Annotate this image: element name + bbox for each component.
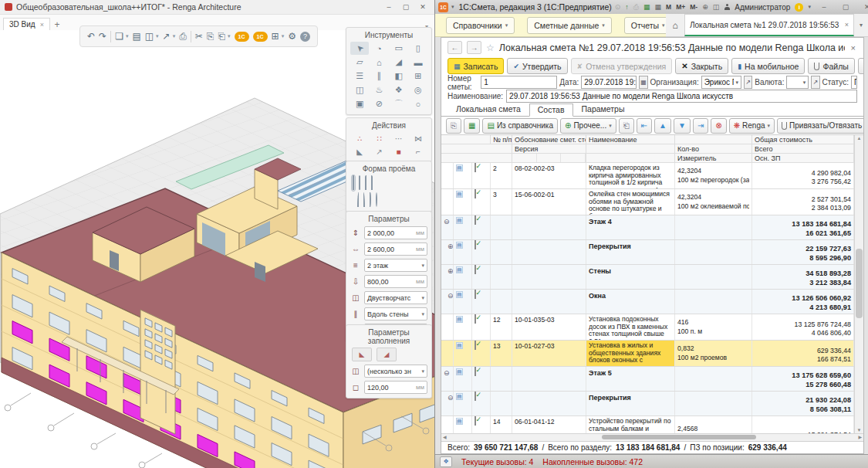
group-row[interactable]: ⊖ ▤ Окна 13 126 506 060,924 213 680,91 [441,290,854,314]
tool-axis-icon[interactable]: ⊘ [370,97,388,110]
favorite-star-icon[interactable]: ☆ [486,42,495,53]
to-mobile-button[interactable]: ▮На мобильное [731,58,805,74]
tool-assembly-icon[interactable]: ❖ [390,83,408,97]
move-down-button[interactable]: ▼ [674,118,691,134]
selected-table-row[interactable]: ▤ 13 10-01-027-03 Установка в жилых и об… [441,341,854,367]
document-tab[interactable]: Локальная смета №1 29.07.2018 19:56:53 Д… [684,14,854,36]
col-basis[interactable]: Обоснование смет. стоим. [512,135,586,144]
nav-back-button[interactable]: ← [448,41,462,54]
shape-pentagon[interactable] [352,192,353,208]
shape-half-round[interactable] [369,192,372,208]
table-row[interactable]: ▤ 14 06-01-041-12 Устройство перекрытий … [441,416,854,433]
group-row[interactable]: ⊖ ▤ Этаж 5 13 175 628 659,6015 278 660,4… [441,367,854,392]
paste-caret-icon[interactable]: ▾ [228,33,231,39]
level-select[interactable]: 2 этаж▾ [364,259,427,272]
org-open-icon[interactable]: ↗ [744,76,752,89]
info-icon[interactable]: i [795,3,803,12]
home-icon[interactable]: ⌂ [666,14,684,36]
tab-close-icon[interactable]: × [40,21,44,29]
sill-option-2-icon[interactable]: ◢ [377,348,397,361]
tool-window-icon[interactable]: ⊞ [409,70,427,83]
memory-mminus-button[interactable]: M- [690,3,697,11]
action-move-points-icon[interactable]: ∴ [350,132,369,144]
row-detail-icon[interactable]: ▤ [456,191,463,198]
tab-3d-view[interactable]: 3D Вид × [3,18,50,30]
row-detail-icon[interactable]: ▤ [456,217,463,224]
row-checkbox[interactable] [475,215,476,225]
add-tab-button[interactable]: + [50,19,64,30]
document-close-icon[interactable]: × [849,43,857,53]
currency-open-icon[interactable]: ↗ [811,76,819,89]
tab-sostav[interactable]: Состав [529,103,573,117]
tool-hatch-icon[interactable]: ▣ [350,97,369,110]
renga-maximize-button[interactable]: ▢ [397,3,414,11]
tool-level-icon[interactable]: ◔ [370,42,388,55]
row-detail-icon[interactable]: ▤ [456,342,463,349]
date-calendar-icon[interactable]: ▦ [639,76,647,89]
scroll-up-icon[interactable]: ▲ [855,136,863,141]
row-detail-icon[interactable]: ▤ [456,393,463,400]
zoom-icon[interactable]: ⊕ [702,3,708,11]
columns-icon[interactable]: ◫ [713,3,720,11]
tool-route-icon[interactable]: ⌒ [390,97,408,110]
paste-icon[interactable]: ⎗ [218,32,225,41]
row-checkbox[interactable] [475,341,476,350]
renga-minimize-button[interactable]: – [380,3,397,11]
open-project-icon[interactable]: ▤ [132,32,140,41]
col-total-sub[interactable]: Всего [752,144,854,154]
scroll-right-icon[interactable]: ▶ [858,434,862,441]
row-detail-icon[interactable]: ▤ [456,316,463,323]
col-name[interactable]: Наименование [586,135,675,144]
settings-wrench-icon[interactable]: ⚙ [288,32,296,41]
tool-beam-icon[interactable]: ▬ [409,56,427,69]
expand-icon[interactable]: ⊖ [441,290,454,314]
row-checkbox[interactable] [475,189,476,198]
tool-railing-icon[interactable]: ∥ [370,70,388,83]
document-tab-close-icon[interactable]: × [845,21,849,29]
row-detail-icon[interactable]: ▤ [456,291,463,298]
from-reference-button[interactable]: ▤Из справочника [482,118,558,134]
placement-select[interactable]: Вдоль стены▾ [364,307,427,320]
memory-mplus-button[interactable]: M+ [676,3,685,11]
shape-quarter-right[interactable] [363,192,366,208]
tool-room-icon[interactable]: ◎ [409,83,427,97]
onec-maximize-button[interactable]: ▢ [837,3,854,11]
cancel-approve-button[interactable]: ✘Отмена утверждения [571,58,673,74]
col-zp[interactable]: Осн. ЗП [752,154,854,163]
shape-corner-left[interactable] [364,175,367,191]
name-input[interactable]: 29.07.2018 19:56:53 Данные по модели Ren… [506,90,857,103]
row-detail-icon[interactable]: ▤ [456,418,463,425]
redo-icon[interactable]: ↷ [99,32,106,41]
save-caret-icon[interactable]: ▾ [156,33,159,39]
tool-stair-icon[interactable]: ☰ [350,70,369,83]
export-icon[interactable]: ↗ [163,32,171,41]
tool-plumbing-icon[interactable]: ♨ [370,83,388,97]
table-row[interactable]: ▤ 2 08-02-002-03 Кладка перегородок из к… [441,163,854,189]
group-row[interactable]: ⊖ ▤ Этаж 4 13 183 184 681,8416 021 361,6… [441,215,854,240]
shape-arch[interactable] [358,175,361,191]
currency-select[interactable]: ▾ [786,76,809,89]
print-icon[interactable]: ⎙ [633,3,639,12]
move-last-button[interactable]: ⇥ [693,118,708,134]
shape-circle[interactable] [375,192,378,208]
row-checkbox[interactable] [475,290,476,299]
row-checkbox[interactable] [475,240,476,249]
tab-lokalnaya-smeta[interactable]: Локальная смета [448,103,529,116]
scroll-thumb[interactable] [856,249,863,318]
move-first-button[interactable]: ⇤ [637,118,652,134]
row-checkbox[interactable] [475,392,476,401]
tool-door-icon[interactable]: ◧ [390,70,408,83]
col-total[interactable]: Общая стоимость [752,135,854,144]
window-type-select[interactable]: Двустворчатс▾ [364,291,427,304]
tool-select-icon[interactable]: ➤ [350,42,369,55]
date-input[interactable]: 29.07.2018 19:56:53 [581,76,637,89]
scroll-left-icon[interactable]: ◀ [443,434,447,441]
attach-position-button[interactable]: Привязать/Отвязать позицию [777,118,864,134]
row-checkbox[interactable] [475,163,476,172]
window-layout-icon[interactable]: ⊞ [272,32,279,41]
col-num[interactable]: № п/п [491,135,512,144]
table-row[interactable]: ▤ 12 10-01-035-03 Установка подоконных д… [441,314,854,341]
row-checkbox[interactable] [475,314,476,324]
other-button[interactable]: ⊕Прочее...▾ [560,118,616,134]
elevation-input[interactable]: 800,00мм [364,275,427,288]
